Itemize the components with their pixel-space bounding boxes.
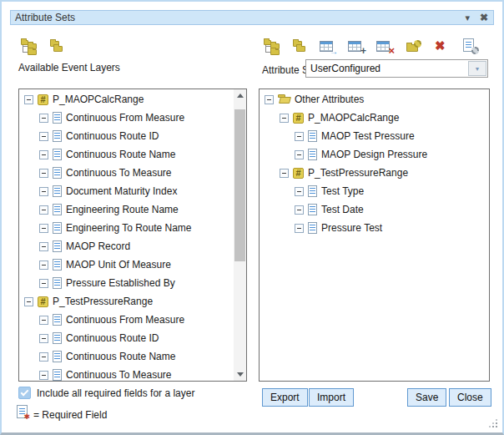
tree-item[interactable]: Test Date bbox=[260, 200, 489, 219]
attribute-set-value: UserConfigured bbox=[310, 63, 381, 75]
resize-grip[interactable] bbox=[496, 426, 497, 427]
table-add-icon[interactable] bbox=[348, 38, 365, 54]
tree-item[interactable]: Pressure Test bbox=[260, 219, 489, 237]
tree-item[interactable]: Continuous To Measure bbox=[19, 164, 234, 182]
field-icon bbox=[308, 222, 317, 234]
tree-item[interactable]: Other Attributes bbox=[260, 90, 489, 109]
tree-item[interactable]: Continuous Route ID bbox=[19, 329, 234, 347]
tree-item[interactable]: MAOP Unit Of Measure bbox=[19, 255, 234, 274]
tree-item[interactable]: Test Type bbox=[260, 182, 489, 200]
expander-minus-icon[interactable] bbox=[295, 150, 304, 159]
table-export-icon[interactable] bbox=[320, 38, 336, 54]
attribute-sets-dialog: { "window": { "title": "Attribute Sets",… bbox=[0, 0, 504, 435]
field-icon bbox=[308, 149, 317, 160]
field-icon bbox=[53, 185, 62, 197]
include-required-fields-checkbox[interactable] bbox=[18, 387, 31, 399]
layer-icon bbox=[38, 94, 48, 105]
expander-minus-icon[interactable] bbox=[39, 371, 48, 380]
folder-tree-icon[interactable] bbox=[263, 38, 280, 54]
tree-item[interactable]: P_TestPressureRange bbox=[19, 292, 234, 311]
tree-item[interactable]: Continuous From Measure bbox=[19, 109, 234, 127]
scroll-up-icon[interactable] bbox=[234, 89, 246, 102]
scroll-down-icon[interactable] bbox=[234, 368, 246, 381]
chevron-down-icon[interactable] bbox=[468, 61, 486, 76]
tree-item[interactable]: P_TestPressureRange bbox=[260, 164, 489, 182]
close-icon[interactable]: ✖ bbox=[480, 12, 488, 23]
table-remove-icon[interactable] bbox=[376, 38, 393, 54]
folder-tree-icon[interactable] bbox=[20, 38, 37, 54]
tree-item-label: Continuous To Measure bbox=[66, 369, 172, 381]
expander-minus-icon[interactable] bbox=[39, 334, 48, 343]
expander-minus-icon[interactable] bbox=[295, 132, 304, 141]
tree-item[interactable]: Continuous Route Name bbox=[19, 347, 234, 366]
expander-minus-icon[interactable] bbox=[39, 114, 48, 123]
vertical-scrollbar[interactable] bbox=[234, 89, 246, 381]
expander-minus-icon[interactable] bbox=[265, 95, 274, 104]
tree-item[interactable]: Engineering To Route Name bbox=[19, 219, 234, 237]
tree-item-label: Engineering Route Name bbox=[66, 204, 179, 215]
tree-item[interactable]: Continuous To Measure bbox=[19, 366, 234, 381]
expander-minus-icon[interactable] bbox=[39, 260, 48, 270]
tree-item[interactable]: P_MAOPCalcRange bbox=[260, 109, 489, 127]
field-icon bbox=[53, 259, 62, 271]
tree-item[interactable]: MAOP Design Pressure bbox=[260, 145, 489, 164]
tree-item[interactable]: MAOP Test Pressure bbox=[260, 127, 489, 145]
tree-item[interactable]: Engineering Route Name bbox=[19, 200, 234, 219]
folders-icon[interactable] bbox=[48, 38, 65, 54]
field-icon bbox=[53, 277, 62, 289]
tree-item[interactable]: P_MAOPCalcRange bbox=[19, 90, 234, 109]
expander-minus-icon[interactable] bbox=[39, 224, 48, 233]
expander-minus-icon[interactable] bbox=[39, 169, 48, 178]
expander-minus-icon[interactable] bbox=[280, 114, 289, 123]
tree-item-label: Continuous Route ID bbox=[66, 130, 159, 142]
tree-item-label: Continuous To Measure bbox=[66, 167, 172, 179]
folder-gear-icon[interactable] bbox=[405, 38, 421, 54]
tree-item-label: Other Attributes bbox=[295, 94, 364, 105]
tree-item-label: Test Date bbox=[321, 204, 364, 215]
close-button[interactable]: Close bbox=[449, 388, 491, 407]
expander-minus-icon[interactable] bbox=[24, 95, 33, 104]
import-button[interactable]: Import bbox=[309, 388, 354, 407]
expander-minus-icon[interactable] bbox=[280, 169, 289, 178]
field-icon bbox=[53, 149, 62, 160]
folders-icon[interactable] bbox=[291, 38, 308, 54]
field-icon bbox=[53, 240, 62, 252]
expander-minus-icon[interactable] bbox=[295, 187, 304, 196]
tree-item-label: Continuous From Measure bbox=[66, 112, 184, 124]
tree-item[interactable]: Pressure Established By bbox=[19, 274, 234, 292]
expander-minus-icon[interactable] bbox=[39, 279, 48, 288]
tree-item[interactable]: MAOP Record bbox=[19, 237, 234, 255]
field-icon bbox=[53, 351, 62, 362]
expander-minus-icon[interactable] bbox=[295, 224, 304, 233]
delete-x-icon[interactable] bbox=[433, 38, 450, 54]
export-button[interactable]: Export bbox=[262, 388, 308, 407]
dock-caret-icon[interactable]: ▾ bbox=[465, 12, 470, 23]
right-toolbar bbox=[263, 38, 478, 54]
available-layers-tree: P_MAOPCalcRangeContinuous From MeasureCo… bbox=[19, 90, 234, 381]
tree-item-label: Continuous Route ID bbox=[66, 332, 159, 344]
tree-item-label: Continuous From Measure bbox=[66, 314, 184, 326]
expander-minus-icon[interactable] bbox=[39, 242, 48, 251]
attribute-set-combobox[interactable]: UserConfigured bbox=[305, 59, 488, 78]
tree-item[interactable]: Continuous Route Name bbox=[19, 145, 234, 164]
tree-item[interactable]: Document Maturity Index bbox=[19, 182, 234, 200]
tree-item-label: P_MAOPCalcRange bbox=[308, 112, 399, 124]
expander-minus-icon[interactable] bbox=[39, 352, 48, 362]
expander-minus-icon[interactable] bbox=[39, 150, 48, 159]
save-button[interactable]: Save bbox=[407, 388, 446, 407]
expander-minus-icon[interactable] bbox=[39, 316, 48, 325]
tree-item-label: Pressure Established By bbox=[66, 277, 175, 289]
tree-item-label: P_TestPressureRange bbox=[53, 296, 153, 307]
expander-minus-icon[interactable] bbox=[295, 205, 304, 215]
field-icon bbox=[308, 130, 317, 142]
expander-minus-icon[interactable] bbox=[39, 187, 48, 196]
field-icon bbox=[53, 112, 62, 124]
expander-minus-icon[interactable] bbox=[39, 205, 48, 215]
attribute-set-panel: Other AttributesP_MAOPCalcRangeMAOP Test… bbox=[259, 89, 490, 382]
file-gear-icon[interactable] bbox=[461, 38, 478, 54]
expander-minus-icon[interactable] bbox=[24, 297, 33, 306]
tree-item[interactable]: Continuous From Measure bbox=[19, 311, 234, 329]
scrollbar-thumb[interactable] bbox=[234, 109, 245, 261]
tree-item[interactable]: Continuous Route ID bbox=[19, 127, 234, 145]
expander-minus-icon[interactable] bbox=[39, 132, 48, 141]
